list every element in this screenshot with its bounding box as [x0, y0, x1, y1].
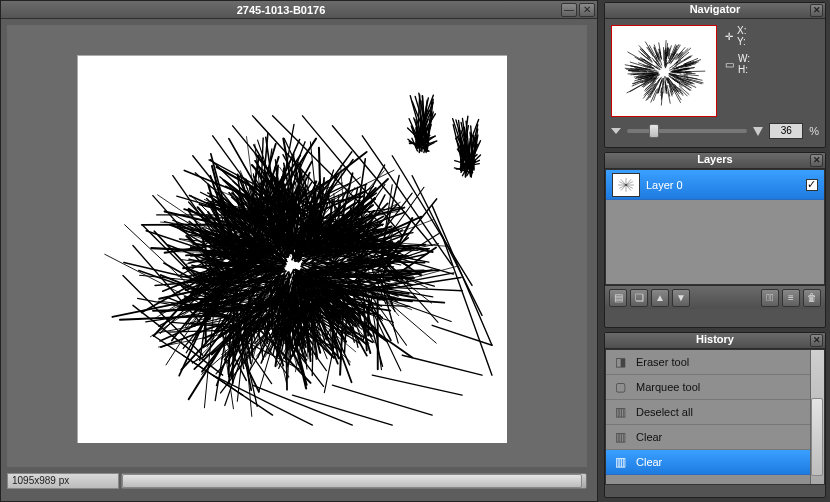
panel-close-icon[interactable]: ✕ [810, 334, 823, 347]
svg-line-23 [332, 385, 432, 415]
layer-list[interactable]: Layer 0 [605, 169, 825, 285]
clear-icon: ▥ [612, 454, 628, 470]
canvas-artwork: (function(){ var g=document.getElementBy… [78, 56, 507, 443]
zoom-input[interactable]: 36 [769, 123, 803, 139]
deselect-icon: ▥ [612, 404, 628, 420]
panel-close-icon[interactable]: ✕ [810, 154, 823, 167]
minimize-button[interactable]: — [561, 3, 577, 17]
delete-layer-icon[interactable]: 🗑 [803, 289, 821, 307]
document-window: 2745-1013-B0176 — ✕ [0, 0, 598, 502]
crop-icon: ▭ [725, 59, 734, 70]
svg-line-21 [253, 385, 353, 425]
svg-line-1611 [680, 75, 688, 76]
svg-line-1661 [684, 56, 692, 61]
zoom-slider[interactable] [627, 129, 747, 133]
navigator-title: Navigator✕ [605, 3, 825, 19]
svg-line-1311 [244, 271, 286, 272]
zoom-slider-thumb[interactable] [649, 124, 659, 138]
navigator-meta: ✛X:Y: ▭W:H: [725, 25, 819, 117]
document-title: 2745-1013-B0176 [1, 4, 561, 16]
history-item-clear[interactable]: ▥Clear [606, 425, 824, 450]
horizontal-scrollbar[interactable] [121, 473, 587, 489]
layer-row[interactable]: Layer 0 [606, 170, 824, 200]
zoom-out-icon[interactable] [611, 128, 621, 134]
zoom-unit: % [809, 125, 819, 137]
layer-name: Layer 0 [646, 179, 683, 191]
merge-layers-icon[interactable]: ≡ [782, 289, 800, 307]
history-title: History✕ [605, 333, 825, 349]
svg-line-25 [402, 355, 482, 375]
svg-line-24 [372, 375, 462, 395]
svg-line-15 [442, 236, 492, 376]
new-layer-icon[interactable]: ▤ [609, 289, 627, 307]
history-item-marquee[interactable]: ▢Marquee tool [606, 375, 824, 400]
history-item-clear-selected[interactable]: ▥Clear [606, 450, 824, 475]
zoom-slider-row: 36 % [605, 123, 825, 143]
svg-line-12 [392, 156, 472, 286]
svg-line-577 [226, 274, 270, 275]
history-list[interactable]: ◨Eraser tool ▢Marquee tool ▥Deselect all… [605, 349, 825, 485]
svg-line-1584 [669, 69, 674, 71]
svg-line-1477 [632, 80, 641, 83]
document-titlebar: 2745-1013-B0176 — ✕ [1, 1, 597, 19]
marquee-icon: ▢ [612, 379, 628, 395]
layer-settings-icon[interactable]: �⃞ [761, 289, 779, 307]
zoom-in-icon[interactable] [753, 127, 763, 136]
layers-title: Layers✕ [605, 153, 825, 169]
layer-up-icon[interactable]: ▲ [651, 289, 669, 307]
layer-thumbnail [612, 173, 640, 197]
layer-down-icon[interactable]: ▼ [672, 289, 690, 307]
svg-line-1100 [215, 331, 226, 401]
clear-icon: ▥ [612, 429, 628, 445]
crosshair-icon: ✛ [725, 31, 733, 42]
history-scrollbar-thumb[interactable] [811, 398, 823, 476]
navigator-panel: Navigator✕ (function(){ var g=document.g… [604, 2, 826, 148]
svg-line-1284 [322, 290, 386, 291]
navigator-thumbnail: (function(){ var g=document.getElementBy… [612, 26, 716, 116]
layers-toolbar: ▤ ❏ ▲ ▼ �⃞ ≡ 🗑 [605, 285, 825, 309]
layer-visibility-checkbox[interactable] [806, 179, 818, 191]
history-panel: History✕ ◨Eraser tool ▢Marquee tool ▥Des… [604, 332, 826, 498]
navigator-preview[interactable]: (function(){ var g=document.getElementBy… [611, 25, 717, 117]
eraser-icon: ◨ [612, 354, 628, 370]
history-item-eraser[interactable]: ◨Eraser tool [606, 350, 824, 375]
canvas-viewport[interactable]: (function(){ var g=document.getElementBy… [7, 25, 587, 467]
canvas[interactable]: (function(){ var g=document.getElementBy… [77, 55, 507, 443]
duplicate-layer-icon[interactable]: ❏ [630, 289, 648, 307]
scrollbar-thumb[interactable] [122, 474, 582, 488]
layers-panel: Layers✕ Layer 0 ▤ ❏ ▲ ▼ �⃞ ≡ 🗑 [604, 152, 826, 328]
status-bar-dimensions: 1095x989 px [7, 473, 119, 489]
close-button[interactable]: ✕ [579, 3, 595, 17]
svg-line-26 [432, 325, 492, 345]
history-item-deselect[interactable]: ▥Deselect all [606, 400, 824, 425]
history-scrollbar[interactable] [810, 350, 824, 484]
panel-close-icon[interactable]: ✕ [810, 4, 823, 17]
